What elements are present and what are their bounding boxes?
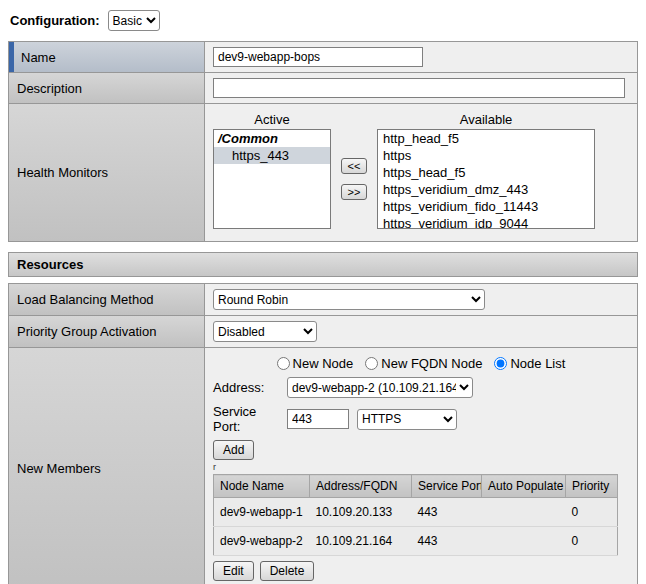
name-input[interactable] [213,47,423,67]
load-balancing-row: Load Balancing Method Round Robin [9,284,637,316]
address-label: Address: [213,380,287,395]
description-label: Description [9,73,205,103]
available-monitor-item[interactable]: https_veridium_fido_11443 [378,198,594,215]
available-list-header: Available [377,112,595,127]
available-monitor-item[interactable]: https [378,147,594,164]
radio-input[interactable] [494,357,507,370]
description-row: Description [9,73,637,104]
radio-input[interactable] [365,357,378,370]
new-members-row: New Members New NodeNew FQDN NodeNode Li… [9,348,637,584]
radio-input[interactable] [277,357,290,370]
add-button[interactable]: Add [213,440,254,460]
load-balancing-label: Load Balancing Method [9,284,205,315]
service-type-select[interactable]: HTTPS [357,409,457,430]
active-list-header: Active [213,112,331,127]
name-label: Name [9,42,205,72]
service-port-input[interactable] [287,409,349,429]
stray-text: r [213,463,629,472]
radio-new-fqdn-node[interactable]: New FQDN Node [365,356,482,371]
pool-configuration-page: Configuration: Basic Name Description He… [0,0,646,584]
available-monitors-listbox[interactable]: http_head_f5httpshttps_head_f5https_veri… [377,129,595,229]
name-row: Name [9,42,637,73]
health-monitors-row: Health Monitors Active Available /Common… [9,104,637,241]
member-row[interactable]: dev9-webapp-210.109.21.1644430 [214,527,618,556]
priority-group-row: Priority Group Activation Disabled [9,316,637,348]
members-table: Node NameAddress/FQDNService PortAuto Po… [213,474,618,556]
new-members-label: New Members [9,348,205,584]
delete-button[interactable]: Delete [260,561,315,581]
load-balancing-select[interactable]: Round Robin [213,289,485,310]
radio-node-list[interactable]: Node List [494,356,565,371]
configuration-label: Configuration: [10,13,100,28]
health-monitors-label: Health Monitors [9,104,205,241]
monitor-partition-label: /Common [214,130,330,147]
active-monitor-item[interactable]: https_443 [214,147,330,164]
radio-new-node[interactable]: New Node [277,356,354,371]
move-to-active-button[interactable]: << [341,158,367,174]
priority-group-label: Priority Group Activation [9,316,205,347]
configuration-select[interactable]: Basic [108,10,160,31]
available-monitor-item[interactable]: https_veridium_dmz_443 [378,181,594,198]
members-table-head-row: Node NameAddress/FQDNService PortAuto Po… [214,475,618,498]
address-select[interactable]: dev9-webapp-2 (10.109.21.164) [287,377,473,398]
members-table-body: dev9-webapp-110.109.20.1334430dev9-webap… [214,498,618,556]
priority-group-select[interactable]: Disabled [213,321,317,342]
edit-button[interactable]: Edit [213,561,254,581]
resources-table: Load Balancing Method Round Robin Priori… [8,283,638,584]
active-monitors-listbox[interactable]: /Commonhttps_443 [213,129,331,229]
available-monitor-item[interactable]: https_veridium_idp_9044 [378,215,594,229]
available-monitor-item[interactable]: https_head_f5 [378,164,594,181]
node-option-radios: New NodeNew FQDN NodeNode List [213,356,629,371]
resources-section-header: Resources [8,252,638,277]
member-row[interactable]: dev9-webapp-110.109.20.1334430 [214,498,618,527]
description-input[interactable] [213,78,625,98]
available-monitor-item[interactable]: http_head_f5 [378,130,594,147]
monitor-move-buttons: << >> [337,129,371,229]
configuration-row: Configuration: Basic [10,10,638,31]
general-properties-table: Name Description Health Monitors Active … [8,41,638,242]
service-port-label: Service Port: [213,404,287,434]
move-to-available-button[interactable]: >> [341,184,367,200]
